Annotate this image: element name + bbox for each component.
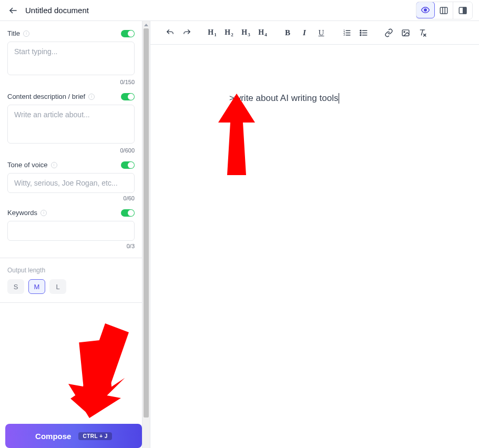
- info-icon[interactable]: i: [88, 94, 95, 100]
- keywords-input[interactable]: [7, 221, 135, 241]
- title-label: Title: [7, 29, 20, 37]
- view-mode-group: [416, 2, 473, 19]
- svg-rect-6: [463, 7, 466, 14]
- tone-counter: 0/60: [7, 195, 135, 201]
- clear-format-button[interactable]: [414, 25, 430, 40]
- ordered-list-button[interactable]: 123: [339, 25, 354, 40]
- header-right: [416, 2, 473, 19]
- svg-text:3: 3: [343, 34, 345, 36]
- compose-button[interactable]: Compose CTRL + J: [5, 424, 142, 448]
- title-counter: 0/150: [7, 79, 135, 85]
- compose-shortcut: CTRL + J: [78, 432, 111, 440]
- view-mode-focus[interactable]: [416, 2, 435, 18]
- editor-canvas[interactable]: >write about AI writing tools: [150, 45, 479, 448]
- sidebar: Title i 0/150 Content description / brie…: [0, 21, 142, 448]
- scrollbar-thumb[interactable]: [144, 28, 149, 418]
- tone-label: Tone of voice: [7, 161, 48, 169]
- sidebar-spacer: [0, 302, 142, 424]
- title-input[interactable]: [7, 42, 135, 75]
- app-body: Title i 0/150 Content description / brie…: [0, 21, 479, 448]
- output-length-l[interactable]: L: [49, 279, 66, 294]
- editor-toolbar: H1 H2 H3 H4 B I U 123: [150, 21, 479, 45]
- output-length-group: S M L: [7, 279, 135, 294]
- info-icon[interactable]: i: [23, 30, 29, 37]
- info-icon[interactable]: i: [51, 162, 57, 168]
- info-icon[interactable]: i: [40, 210, 47, 216]
- svg-rect-2: [440, 7, 447, 14]
- brief-input[interactable]: [7, 105, 135, 144]
- bold-button[interactable]: B: [280, 25, 295, 40]
- svg-point-18: [360, 34, 361, 35]
- underline-button[interactable]: U: [313, 25, 329, 40]
- view-mode-split[interactable]: [453, 2, 472, 19]
- editor-content: >write about AI writing tools: [229, 93, 338, 104]
- keywords-counter: 0/3: [7, 243, 135, 249]
- brief-toggle[interactable]: [121, 93, 135, 100]
- brief-label: Content description / brief: [7, 93, 85, 100]
- compose-wrap: Compose CTRL + J: [0, 424, 142, 448]
- editor-pane: H1 H2 H3 H4 B I U 123: [150, 21, 479, 448]
- header-left: Untitled document: [8, 6, 89, 15]
- scrollbar-up-icon[interactable]: [142, 21, 150, 28]
- heading-3-button[interactable]: H3: [238, 25, 253, 40]
- redo-button[interactable]: [179, 25, 195, 40]
- output-length-section: Output length S M L: [0, 258, 142, 302]
- view-mode-power[interactable]: [434, 2, 453, 19]
- output-length-label: Output length: [7, 267, 135, 274]
- unordered-list-button[interactable]: [355, 25, 371, 40]
- tone-input[interactable]: [7, 173, 135, 193]
- sidebar-wrap: Title i 0/150 Content description / brie…: [0, 21, 150, 448]
- link-button[interactable]: [381, 25, 396, 40]
- text-cursor: [339, 93, 339, 104]
- svg-point-16: [360, 30, 361, 31]
- heading-2-button[interactable]: H2: [221, 25, 237, 40]
- back-icon[interactable]: [8, 6, 18, 15]
- output-length-s[interactable]: S: [7, 279, 24, 294]
- keywords-label: Keywords: [7, 209, 37, 217]
- output-length-m[interactable]: M: [28, 279, 45, 294]
- image-button[interactable]: [398, 25, 413, 40]
- tone-toggle[interactable]: [121, 161, 135, 169]
- heading-1-button[interactable]: H1: [204, 25, 220, 40]
- heading-4-button[interactable]: H4: [254, 25, 270, 40]
- app-header: Untitled document: [0, 0, 479, 21]
- sidebar-scrollbar[interactable]: [142, 21, 150, 448]
- svg-point-1: [424, 8, 427, 11]
- title-toggle[interactable]: [121, 30, 135, 37]
- compose-label: Compose: [35, 432, 71, 441]
- brief-field: Content description / brief i 0/600: [7, 93, 135, 154]
- keywords-toggle[interactable]: [121, 209, 135, 217]
- brief-counter: 0/600: [7, 147, 135, 154]
- tone-field: Tone of voice i 0/60: [7, 161, 135, 201]
- undo-button[interactable]: [162, 25, 178, 40]
- keywords-field: Keywords i 0/3: [7, 209, 135, 249]
- title-field: Title i 0/150: [7, 29, 135, 85]
- svg-point-17: [360, 32, 361, 33]
- document-title[interactable]: Untitled document: [25, 6, 89, 15]
- sidebar-fields: Title i 0/150 Content description / brie…: [0, 21, 142, 258]
- svg-point-20: [403, 31, 404, 32]
- italic-button[interactable]: I: [297, 25, 312, 40]
